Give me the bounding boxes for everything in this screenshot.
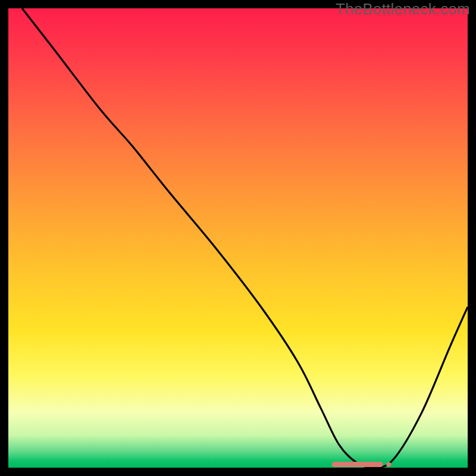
- watermark-text: TheBottleneck.com: [336, 0, 470, 18]
- chart-frame: TheBottleneck.com: [0, 0, 476, 476]
- bottleneck-plot: [0, 0, 476, 476]
- svg-point-2: [386, 462, 391, 466]
- gradient-background: [8, 8, 468, 468]
